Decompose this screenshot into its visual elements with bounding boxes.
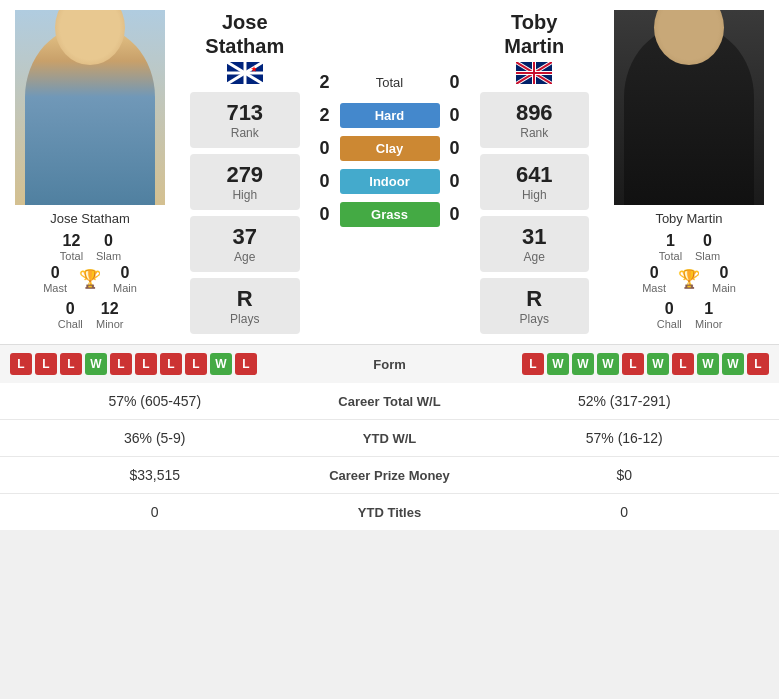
stat-main-left: 0 Main — [113, 264, 137, 294]
middle-section-left: Jose Statham 713 Rank 279 — [180, 10, 310, 334]
trophy-row-left: 0 Mast 🏆 0 Main — [43, 264, 137, 294]
stats-row: 0 YTD Titles 0 — [0, 494, 779, 530]
form-badge-left: L — [160, 353, 182, 375]
form-badge-right: L — [672, 353, 694, 375]
stats-left-val-0: 57% (605-457) — [20, 393, 290, 409]
form-label: Form — [340, 357, 440, 372]
player-section: Jose Statham 12 Total 0 Slam 0 Mast 🏆 — [0, 0, 779, 344]
stat-minor-left: 12 Minor — [96, 300, 124, 330]
stats-right-val-1: 57% (16-12) — [490, 430, 760, 446]
stat-main-right: 0 Main — [712, 264, 736, 294]
stat-chall-left: 0 Chall — [56, 300, 84, 330]
hard-score-left: 2 — [310, 105, 340, 126]
grass-score-left: 0 — [310, 204, 340, 225]
form-badge-left: L — [60, 353, 82, 375]
form-badge-right: W — [597, 353, 619, 375]
stats-right-val-2: $0 — [490, 467, 760, 483]
surface-row-hard: 2 Hard 0 — [310, 103, 470, 128]
surface-row-grass: 0 Grass 0 — [310, 202, 470, 227]
stats-left-val-2: $33,515 — [20, 467, 290, 483]
head-left — [55, 10, 125, 65]
stat-slam-right: 0 Slam — [695, 232, 720, 262]
form-badge-left: W — [210, 353, 232, 375]
plays-block-left: R Plays — [190, 278, 300, 334]
stats-row: $33,515 Career Prize Money $0 — [0, 457, 779, 494]
age-block-right: 31 Age — [480, 216, 590, 272]
rank-block-right: 896 Rank — [480, 92, 590, 148]
hard-badge: Hard — [340, 103, 440, 128]
clay-badge: Clay — [340, 136, 440, 161]
form-badge-right: W — [647, 353, 669, 375]
stats-row: 57% (605-457) Career Total W/L 52% (317-… — [0, 383, 779, 420]
stats-section: 57% (605-457) Career Total W/L 52% (317-… — [0, 383, 779, 530]
clay-score-right: 0 — [440, 138, 470, 159]
total-score-right: 0 — [440, 72, 470, 93]
high-block-left: 279 High — [190, 154, 300, 210]
trophy-icon-right: 🏆 — [678, 268, 700, 290]
player-stats-grid2-left: 0 Chall 12 Minor — [56, 300, 123, 330]
form-badge-left: W — [85, 353, 107, 375]
player-stats-grid2-right: 0 Chall 1 Minor — [655, 300, 722, 330]
center-column: 2 Total 0 2 Hard 0 0 Clay 0 0 Indoor 0 0 — [310, 10, 470, 334]
form-badge-right: L — [622, 353, 644, 375]
surface-row-indoor: 0 Indoor 0 — [310, 169, 470, 194]
player-left: Jose Statham 12 Total 0 Slam 0 Mast 🏆 — [0, 10, 180, 334]
stat-slam-left: 0 Slam — [96, 232, 121, 262]
plays-block-right: R Plays — [480, 278, 590, 334]
rank-block-left: 713 Rank — [190, 92, 300, 148]
player-name-top-left: Jose Statham — [190, 10, 300, 58]
clay-score-left: 0 — [310, 138, 340, 159]
main-container: Jose Statham 12 Total 0 Slam 0 Mast 🏆 — [0, 0, 779, 530]
player-stats-grid-left: 12 Total 0 Slam — [59, 232, 121, 262]
high-block-right: 641 High — [480, 154, 590, 210]
form-badge-right: W — [722, 353, 744, 375]
head-right — [654, 10, 724, 65]
age-block-left: 37 Age — [190, 216, 300, 272]
flag-gb-icon — [516, 62, 552, 84]
indoor-score-left: 0 — [310, 171, 340, 192]
player-name-bottom-right: Toby Martin — [655, 211, 722, 226]
total-score-left: 2 — [310, 72, 340, 93]
player-photo-left — [15, 10, 165, 205]
hard-score-right: 0 — [440, 105, 470, 126]
middle-section-right: Toby Martin 896 Rank — [470, 10, 600, 334]
stats-row: 36% (5-9) YTD W/L 57% (16-12) — [0, 420, 779, 457]
stat-chall-right: 0 Chall — [655, 300, 683, 330]
stat-minor-right: 1 Minor — [695, 300, 723, 330]
silhouette-left — [25, 25, 155, 205]
grass-badge: Grass — [340, 202, 440, 227]
grass-score-right: 0 — [440, 204, 470, 225]
form-section: LLLWLLLLWL Form LWWWLWLWWL — [0, 344, 779, 383]
stats-center-label-0: Career Total W/L — [290, 394, 490, 409]
flag-right — [516, 62, 552, 84]
indoor-badge: Indoor — [340, 169, 440, 194]
form-badges-left: LLLWLLLLWL — [10, 353, 340, 375]
form-badge-left: L — [10, 353, 32, 375]
player-name-bottom-left: Jose Statham — [50, 211, 130, 226]
player-stats-grid-right: 1 Total 0 Slam — [658, 232, 720, 262]
stat-total-left: 12 Total — [59, 232, 84, 262]
form-badge-left: L — [235, 353, 257, 375]
form-badge-right: L — [522, 353, 544, 375]
form-badge-left: L — [135, 353, 157, 375]
player-photo-right — [614, 10, 764, 205]
trophy-icon-left: 🏆 — [79, 268, 101, 290]
indoor-score-right: 0 — [440, 171, 470, 192]
form-badge-right: L — [747, 353, 769, 375]
stats-left-val-3: 0 — [20, 504, 290, 520]
svg-rect-14 — [533, 62, 535, 84]
form-badge-left: L — [35, 353, 57, 375]
player-right: Toby Martin 1 Total 0 Slam 0 Mast 🏆 0 — [599, 10, 779, 334]
form-badge-left: L — [110, 353, 132, 375]
total-badge: Total — [340, 70, 440, 95]
form-badge-right: W — [572, 353, 594, 375]
stats-center-label-3: YTD Titles — [290, 505, 490, 520]
flag-left — [227, 62, 263, 84]
stat-total-right: 1 Total — [658, 232, 683, 262]
stat-mast-left: 0 Mast — [43, 264, 67, 294]
form-badge-right: W — [547, 353, 569, 375]
surface-row-clay: 0 Clay 0 — [310, 136, 470, 161]
stats-right-val-3: 0 — [490, 504, 760, 520]
stats-center-label-2: Career Prize Money — [290, 468, 490, 483]
flag-nz-icon — [227, 62, 263, 84]
